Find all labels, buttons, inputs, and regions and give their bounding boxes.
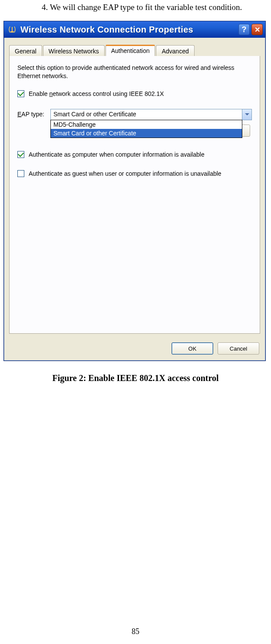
- wireless-icon: [7, 25, 17, 34]
- t: AP type:: [21, 111, 44, 118]
- enable-8021x-label: Enable network access control using IEEE…: [29, 90, 164, 98]
- t: Enable: [29, 90, 49, 97]
- t: omputer when computer information is ava…: [75, 151, 204, 158]
- eap-combo-wrap: Smart Card or other Certificate MD5-Chal…: [50, 109, 252, 120]
- auth-as-computer-row: Authenticate as computer when computer i…: [17, 151, 252, 158]
- t: uest when user or computer information i…: [76, 170, 221, 177]
- tab-general[interactable]: General: [9, 45, 42, 56]
- auth-as-computer-label: Authenticate as computer when computer i…: [29, 151, 205, 158]
- t: E: [17, 111, 21, 118]
- enable-8021x-checkbox[interactable]: [17, 90, 24, 97]
- tab-authentication[interactable]: Authentication: [106, 45, 155, 56]
- svg-rect-1: [10, 31, 14, 33]
- screenshot-region: Wireless Network Connection Properties ?…: [3, 21, 268, 361]
- dropdown-item-md5[interactable]: MD5-Challenge: [51, 120, 242, 129]
- t: etwork access control using IEEE 802.1X: [53, 90, 164, 97]
- t: Authenticate as: [29, 151, 72, 158]
- tab-advanced[interactable]: Advanced: [156, 45, 194, 56]
- eap-type-value: Smart Card or other Certificate: [51, 109, 242, 120]
- document-intro-text: 4. We will change EAP type to fit the va…: [0, 0, 271, 21]
- auth-as-guest-row: Authenticate as guest when user or compu…: [17, 170, 252, 177]
- eap-type-label: EAP type:: [17, 109, 44, 118]
- dialog-title: Wireless Network Connection Properties: [20, 25, 235, 35]
- chevron-down-icon[interactable]: [242, 109, 251, 120]
- eap-type-row: EAP type: Smart Card or other Certificat…: [17, 109, 252, 120]
- properties-dialog: Wireless Network Connection Properties ?…: [3, 21, 266, 361]
- help-button[interactable]: ?: [238, 24, 250, 35]
- tab-wireless-networks[interactable]: Wireless Networks: [43, 45, 105, 56]
- enable-8021x-row: Enable network access control using IEEE…: [17, 90, 252, 98]
- eap-type-combobox[interactable]: Smart Card or other Certificate: [50, 109, 252, 120]
- t: Authenticate as: [29, 170, 72, 177]
- auth-as-guest-label: Authenticate as guest when user or compu…: [29, 170, 221, 177]
- authentication-panel: Select this option to provide authentica…: [9, 56, 260, 334]
- eap-type-dropdown: MD5-Challenge Smart Card or other Certif…: [50, 120, 242, 138]
- titlebar: Wireless Network Connection Properties ?…: [4, 21, 265, 38]
- auth-as-computer-checkbox[interactable]: [17, 151, 24, 158]
- cancel-button[interactable]: Cancel: [218, 342, 259, 355]
- ok-button[interactable]: OK: [172, 342, 213, 355]
- close-button[interactable]: ✕: [251, 24, 263, 35]
- figure-caption: Figure 2: Enable IEEE 802.1X access cont…: [0, 373, 271, 383]
- titlebar-buttons: ? ✕: [238, 24, 263, 35]
- dialog-button-row: OK Cancel: [4, 339, 265, 361]
- tab-strip: General Wireless Networks Authentication…: [4, 38, 265, 56]
- panel-description: Select this option to provide authentica…: [17, 64, 252, 80]
- auth-as-guest-checkbox[interactable]: [17, 170, 24, 177]
- page-number: 85: [0, 627, 271, 636]
- dropdown-item-smartcard[interactable]: Smart Card or other Certificate: [51, 129, 242, 138]
